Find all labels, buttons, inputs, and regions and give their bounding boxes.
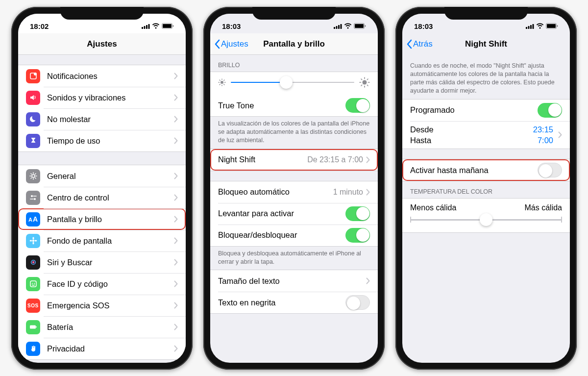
slider-thumb[interactable] [480, 213, 492, 226]
svg-rect-5 [163, 24, 172, 28]
lock-unlock-toggle[interactable] [345, 228, 370, 243]
svg-point-33 [32, 283, 33, 284]
chevron-right-icon [174, 237, 178, 244]
notch [252, 7, 336, 20]
svg-line-17 [35, 174, 35, 174]
settings-row-no-molestar[interactable]: No molestar [18, 108, 186, 130]
scheduled-row[interactable]: Programado [402, 100, 570, 121]
chevron-right-icon [174, 280, 178, 287]
chevron-right-icon [174, 345, 178, 352]
settings-row-pantalla-y-brillo[interactable]: AAPantalla y brillo [18, 208, 186, 230]
svg-rect-32 [30, 281, 36, 287]
auto-lock-detail: 1 minuto [333, 188, 363, 197]
text-size-row[interactable]: Tamaño del texto [210, 270, 378, 292]
enable-until-tomorrow-row[interactable]: Activar hasta mañana [402, 159, 570, 181]
settings-row-tiempo-de-uso[interactable]: Tiempo de uso [18, 130, 186, 151]
row-label: General [47, 172, 174, 181]
row-label: Privacidad [47, 344, 174, 353]
svg-point-27 [29, 240, 32, 241]
chevron-right-icon [174, 173, 178, 179]
row-label: No molestar [47, 115, 174, 124]
slider-thumb[interactable] [280, 76, 293, 89]
svg-text:A: A [28, 217, 32, 223]
night-shift-detail: De 23:15 a 7:00 [307, 155, 363, 164]
svg-point-55 [363, 80, 367, 85]
raise-to-wake-label: Levantar para activar [218, 209, 345, 218]
less-warm-label: Menos cálida [410, 203, 456, 212]
night-shift-label: Night Shift [218, 155, 307, 164]
auto-lock-row[interactable]: Bloqueo automático 1 minuto [210, 181, 378, 203]
svg-rect-0 [142, 27, 143, 29]
wifi-icon [536, 23, 544, 29]
auto-lock-label: Bloqueo automático [218, 187, 333, 197]
settings-row-fondo-de-pantalla[interactable]: Fondo de pantalla [18, 230, 186, 251]
settings-row-siri-y-buscar[interactable]: Siri y Buscar [18, 251, 186, 273]
svg-line-61 [367, 85, 368, 86]
row-label: Notificaciones [47, 72, 174, 81]
notification-icon [26, 69, 40, 83]
settings-row-centro-de-control[interactable]: Centro de control [18, 187, 186, 208]
settings-row-sonidos-y-vibraciones[interactable]: Sonidos y vibraciones [18, 87, 186, 108]
svg-line-63 [367, 79, 368, 80]
color-temp-header: TEMPERATURA DEL COLOR [402, 181, 570, 198]
schedule-times-row[interactable]: Desde 23:15 Hasta 7:00 [402, 121, 570, 149]
svg-rect-44 [355, 24, 364, 28]
settings-row-notificaciones[interactable]: Notificaciones [18, 65, 186, 87]
svg-rect-39 [334, 27, 335, 29]
scheduled-toggle[interactable] [538, 103, 562, 118]
row-label: Batería [47, 323, 174, 332]
chevron-right-icon [174, 216, 178, 223]
status-time: 18:03 [414, 22, 433, 30]
status-time: 18:02 [30, 22, 49, 30]
brightness-slider-row [210, 72, 378, 95]
color-temp-slider[interactable] [410, 219, 562, 221]
night-shift-content[interactable]: Cuando es de noche, el modo "Night Shift… [402, 55, 570, 363]
bold-text-row[interactable]: Texto en negrita [210, 292, 378, 313]
battery-icon [546, 23, 558, 29]
true-tone-row[interactable]: True Tone [210, 95, 378, 116]
back-button[interactable]: Ajustes [214, 33, 248, 54]
settings-row-emergencia-sos[interactable]: SOSEmergencia SOS [18, 295, 186, 316]
chevron-right-icon [174, 116, 178, 123]
battery-icon [26, 320, 40, 334]
settings-content[interactable]: NotificacionesSonidos y vibracionesNo mo… [18, 55, 186, 363]
status-indicators [142, 23, 174, 29]
night-shift-row[interactable]: Night Shift De 23:15 a 7:00 [210, 149, 378, 171]
raise-to-wake-row[interactable]: Levantar para activar [210, 203, 378, 225]
from-value: 23:15 [533, 124, 553, 135]
chevron-right-icon [366, 189, 370, 196]
nav-title: Ajustes [87, 39, 117, 49]
settings-row-privacidad[interactable]: Privacidad [18, 338, 186, 359]
text-size-label: Tamaño del texto [218, 276, 366, 286]
svg-line-15 [35, 178, 35, 178]
row-label: Sonidos y vibraciones [47, 93, 174, 102]
back-button[interactable]: Atrás [406, 33, 433, 54]
svg-line-14 [31, 174, 31, 174]
brightness-slider[interactable] [231, 82, 354, 83]
status-indicators [526, 23, 558, 29]
raise-to-wake-toggle[interactable] [345, 206, 370, 221]
settings-row-bater-a[interactable]: Batería [18, 316, 186, 338]
settings-row-general[interactable]: General [18, 165, 186, 187]
chevron-right-icon [174, 137, 178, 144]
true-tone-toggle[interactable] [345, 98, 370, 113]
lock-unlock-row[interactable]: Bloquear/desbloquear [210, 225, 378, 246]
scheduled-label: Programado [410, 105, 538, 115]
svg-point-31 [32, 261, 34, 263]
sound-icon [26, 91, 40, 105]
svg-line-16 [31, 178, 31, 178]
bold-text-toggle[interactable] [345, 295, 370, 310]
svg-rect-45 [365, 25, 366, 27]
flower-icon [26, 234, 40, 248]
chevron-left-icon [214, 39, 220, 49]
svg-line-54 [224, 80, 224, 80]
display-content[interactable]: BRILLO True Tone La visualización de los… [210, 55, 378, 363]
true-tone-label: True Tone [218, 101, 345, 110]
svg-rect-64 [526, 27, 527, 29]
settings-row-face-id-y-c-digo[interactable]: Face ID y código [18, 273, 186, 295]
svg-text:A: A [33, 215, 38, 223]
svg-point-34 [34, 283, 35, 284]
status-indicators [334, 23, 366, 29]
row-label: Emergencia SOS [47, 301, 174, 310]
enable-until-tomorrow-toggle[interactable] [538, 163, 562, 177]
